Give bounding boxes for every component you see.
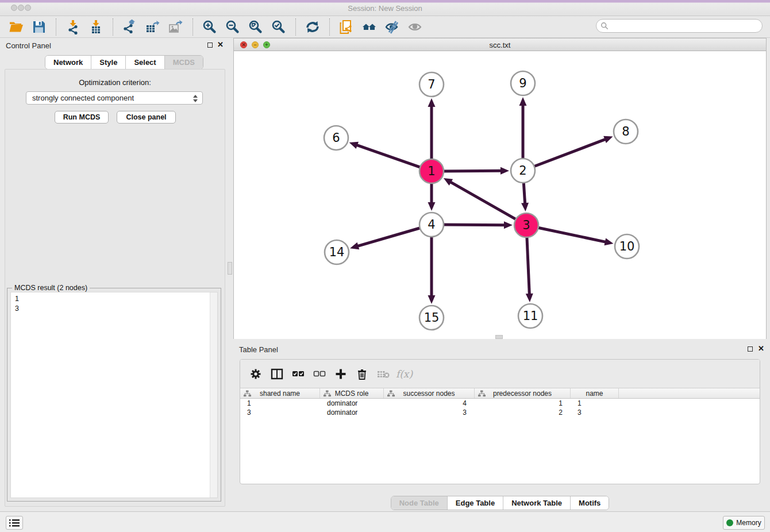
export-image-icon[interactable] xyxy=(164,18,187,36)
delete-column-icon[interactable] xyxy=(351,364,372,384)
create-column-icon[interactable] xyxy=(330,364,351,384)
import-network-icon[interactable] xyxy=(61,18,84,36)
column-header-name[interactable]: name xyxy=(571,388,619,398)
run-mcds-button[interactable]: Run MCDS xyxy=(55,111,109,124)
column-header-shared-name[interactable]: shared name xyxy=(240,388,320,398)
task-history-button[interactable] xyxy=(6,516,23,530)
result-scrollbar[interactable] xyxy=(210,292,217,498)
save-session-icon[interactable] xyxy=(28,18,51,36)
search-icon xyxy=(600,22,609,30)
canvas-resize-grip[interactable] xyxy=(495,335,503,339)
select-all-icon[interactable] xyxy=(287,364,309,384)
graph-node-15[interactable]: 15 xyxy=(419,306,444,330)
graph-node-2[interactable]: 2 xyxy=(511,159,535,183)
tab-mcds[interactable]: MCDS xyxy=(164,56,203,69)
graph-node-10[interactable]: 10 xyxy=(615,234,639,259)
memory-button[interactable]: Memory xyxy=(723,516,765,530)
deselect-all-icon[interactable] xyxy=(309,364,330,384)
toolbar-separator xyxy=(295,18,296,36)
tab-network[interactable]: Network xyxy=(45,56,91,69)
column-pane-icon[interactable] xyxy=(266,364,287,384)
delete-table-icon xyxy=(372,364,394,384)
mcds-result-line: 1 xyxy=(15,294,213,304)
graph-edge-1-6[interactable] xyxy=(356,145,422,168)
graph-node-11[interactable]: 11 xyxy=(518,304,542,328)
graph-node-1[interactable]: 1 xyxy=(419,159,444,183)
clone-network-icon[interactable] xyxy=(335,18,358,36)
tab-motifs[interactable]: Motifs xyxy=(570,496,609,510)
tab-style[interactable]: Style xyxy=(91,56,125,69)
home-icon[interactable] xyxy=(358,18,381,36)
graph-edge-arrowhead xyxy=(521,203,529,211)
graph-node-6[interactable]: 6 xyxy=(324,126,348,150)
network-canvas[interactable]: 1 2 3 4 6 7 8 9 10 11 14 15 xyxy=(234,51,766,339)
column-header-MCDS-role[interactable]: MCDS role xyxy=(320,388,384,398)
graph-edge-3-10[interactable] xyxy=(536,228,606,242)
control-panel-tabs: NetworkStyleSelectMCDS xyxy=(45,55,203,70)
svg-text:6: 6 xyxy=(332,131,340,145)
refresh-layout-icon[interactable] xyxy=(301,18,324,36)
toolbar-separator xyxy=(192,18,193,36)
export-network-icon[interactable] xyxy=(118,18,141,36)
table-panel-float-icon[interactable] xyxy=(748,346,753,352)
network-window-titlebar[interactable]: ✕ − + scc.txt xyxy=(234,38,766,51)
zoom-in-icon[interactable] xyxy=(198,18,221,36)
graph-node-7[interactable]: 7 xyxy=(419,72,444,97)
flatten-hierarchy-icon xyxy=(387,390,395,399)
graph-edge-arrowhead xyxy=(349,142,359,149)
function-builder-icon: f(x) xyxy=(394,364,415,384)
node-table-container: f(x) shared nameMCDS rolesuccessor nodes… xyxy=(240,359,760,484)
panel-splitter-grip[interactable] xyxy=(228,262,232,275)
graph-node-9[interactable]: 9 xyxy=(511,71,535,95)
column-header-predecessor-nodes[interactable]: predecessor nodes xyxy=(475,388,571,398)
table-row[interactable]: 1dominator411 xyxy=(240,399,760,408)
graph-edge-4-3[interactable] xyxy=(441,225,505,225)
zoom-fit-icon[interactable] xyxy=(244,18,267,36)
zoom-out-icon[interactable] xyxy=(221,18,244,36)
graph-edge-3-11[interactable] xyxy=(527,235,530,295)
svg-text:3: 3 xyxy=(522,218,530,232)
search-input[interactable] xyxy=(596,19,763,33)
graph-edge-2-3[interactable] xyxy=(523,180,525,204)
hide-panels-icon[interactable] xyxy=(381,18,404,36)
tab-network-table[interactable]: Network Table xyxy=(503,496,570,510)
graph-edge-arrowhead xyxy=(604,238,613,246)
export-table-icon[interactable] xyxy=(141,18,164,36)
control-panel-float-icon[interactable] xyxy=(207,43,213,48)
graph-edge-1-2[interactable] xyxy=(441,171,502,171)
optimization-criterion-value: strongly connected component xyxy=(32,94,134,102)
import-table-icon[interactable] xyxy=(84,18,107,36)
list-icon xyxy=(9,519,20,527)
optimization-criterion-select[interactable]: strongly connected component xyxy=(26,91,203,105)
table-cell-name: 1 xyxy=(571,399,619,408)
window-titlebar: Session: New Session xyxy=(0,0,770,16)
tab-edge-table[interactable]: Edge Table xyxy=(447,496,503,510)
control-panel-close-icon[interactable]: ✕ xyxy=(217,40,224,49)
mcds-result-textarea[interactable]: 13 xyxy=(10,292,218,498)
svg-text:14: 14 xyxy=(329,245,345,259)
graph-edge-3-1[interactable] xyxy=(450,182,518,220)
table-row[interactable]: 3dominator323 xyxy=(240,408,760,417)
tab-node-table[interactable]: Node Table xyxy=(391,496,447,510)
graph-node-14[interactable]: 14 xyxy=(325,240,349,264)
mcds-result-line: 3 xyxy=(15,304,213,314)
show-hidden-icon[interactable] xyxy=(404,18,427,36)
graph-edge-arrowhead xyxy=(519,97,527,106)
column-header-successor-nodes[interactable]: successor nodes xyxy=(384,388,475,398)
graph-node-8[interactable]: 8 xyxy=(614,119,638,144)
graph-edge-arrowhead xyxy=(428,98,436,107)
flatten-hierarchy-icon xyxy=(244,390,251,399)
open-session-icon[interactable] xyxy=(5,18,28,36)
mcds-result-title: MCDS result (2 nodes) xyxy=(12,284,90,292)
table-settings-icon[interactable] xyxy=(245,364,266,384)
table-panel-close-icon[interactable]: ✕ xyxy=(758,344,764,353)
graph-node-3[interactable]: 3 xyxy=(514,213,538,237)
graph-edge-arrowhead xyxy=(504,221,513,229)
tab-select[interactable]: Select xyxy=(125,56,164,69)
graph-edge-2-8[interactable] xyxy=(532,139,606,167)
graph-edge-4-14[interactable] xyxy=(357,228,422,246)
close-panel-button[interactable]: Close panel xyxy=(117,111,176,124)
zoom-selected-icon[interactable] xyxy=(267,18,290,36)
graph-node-4[interactable]: 4 xyxy=(419,213,444,237)
table-panel-title: Table Panel xyxy=(239,345,278,354)
